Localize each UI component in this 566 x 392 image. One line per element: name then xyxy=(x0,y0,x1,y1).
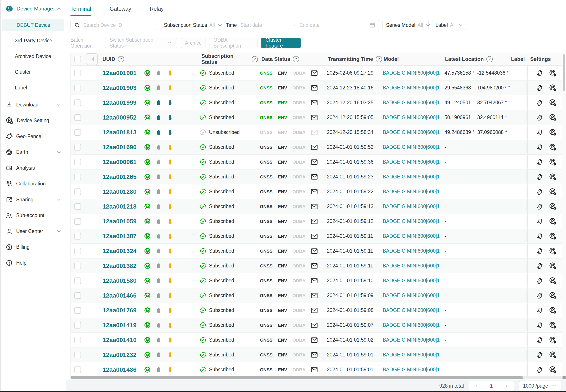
row-checkbox[interactable] xyxy=(74,307,81,314)
bird-tracker-icon[interactable] xyxy=(536,351,543,359)
sidebar-item-debut-device[interactable]: DEBUT Device xyxy=(2,19,64,31)
row-checkbox[interactable] xyxy=(74,85,81,91)
device-setting-icon[interactable] xyxy=(549,128,557,136)
device-uuid-link[interactable]: 12aa001580 xyxy=(102,277,137,284)
device-uuid-link[interactable]: 12aa001324 xyxy=(102,248,137,254)
device-setting-icon[interactable] xyxy=(549,99,557,106)
tab-terminal[interactable]: Terminal xyxy=(71,6,91,16)
bird-tracker-icon[interactable] xyxy=(536,158,543,166)
device-setting-icon[interactable] xyxy=(549,143,557,151)
model-link[interactable]: BADGE G MINI600|600|1 xyxy=(383,114,440,120)
sidebar-item-cluster[interactable]: Cluster xyxy=(0,64,66,80)
model-link[interactable]: BADGE G MINI600|600|1 xyxy=(383,367,440,373)
sidebar-item-billing[interactable]: Billing xyxy=(0,239,66,255)
row-checkbox[interactable] xyxy=(74,188,81,195)
device-uuid-link[interactable]: 12aa001410 xyxy=(102,336,137,344)
model-link[interactable]: BADGE G MINI600|600|1 xyxy=(383,85,440,91)
model-link[interactable]: BADGE G MINI600|600|1 xyxy=(383,159,440,165)
row-checkbox[interactable] xyxy=(74,114,81,121)
model-link[interactable]: BADGE G MINI600|600|1 xyxy=(383,322,440,328)
start-date-input[interactable] xyxy=(240,22,288,28)
model-link[interactable]: BADGE G MINI600|600|1 xyxy=(383,204,440,210)
sidebar-item-sub-account[interactable]: Sub-account xyxy=(0,208,66,224)
row-checkbox[interactable] xyxy=(74,129,81,136)
bird-tracker-icon[interactable] xyxy=(536,173,543,181)
bird-tracker-icon[interactable] xyxy=(536,233,543,240)
bird-tracker-icon[interactable] xyxy=(536,188,543,196)
sidebar-item-label[interactable]: Label xyxy=(0,80,66,96)
bird-tracker-icon[interactable] xyxy=(536,322,543,329)
model-link[interactable]: BADGE G MINI600|600|1 xyxy=(383,307,440,313)
row-checkbox[interactable] xyxy=(74,248,81,254)
device-setting-icon[interactable] xyxy=(549,351,557,359)
model-link[interactable]: BADGE G MINI600|600|1 xyxy=(383,233,440,239)
model-link[interactable]: BADGE G MINI600|600|1 xyxy=(383,337,440,343)
vertical-scrollbar-thumb[interactable] xyxy=(563,54,565,91)
device-uuid-link[interactable]: 12aa001999 xyxy=(102,99,137,106)
label-filter[interactable]: Label All xyxy=(432,20,466,30)
current-page[interactable]: 1 xyxy=(484,381,499,391)
series-model-filter[interactable]: Series Model All xyxy=(382,20,428,30)
device-setting-icon[interactable] xyxy=(549,277,557,284)
device-setting-icon[interactable] xyxy=(549,336,557,344)
cluster-feature-button[interactable]: Cluster Feature xyxy=(261,38,301,48)
device-uuid-link[interactable]: 12aa001769 xyxy=(102,307,137,314)
device-uuid-link[interactable]: 12aa001265 xyxy=(102,173,137,180)
bird-tracker-icon[interactable] xyxy=(536,218,543,225)
page-size-select[interactable]: 1000 /page xyxy=(519,381,561,391)
device-uuid-link[interactable]: 12aa001387 xyxy=(102,233,137,240)
device-setting-icon[interactable] xyxy=(549,292,557,299)
row-checkbox[interactable] xyxy=(74,322,81,329)
device-uuid-link[interactable]: 12aa001696 xyxy=(102,144,137,151)
prev-page-button[interactable]: ‹ xyxy=(469,381,484,391)
sidebar-item-help[interactable]: Help xyxy=(0,255,66,271)
tab-relay[interactable]: Relay xyxy=(150,6,164,16)
model-link[interactable]: BADGE G MINI600|600|1 xyxy=(383,174,440,180)
vertical-scrollbar[interactable] xyxy=(562,53,566,379)
row-checkbox[interactable] xyxy=(74,263,81,269)
bird-tracker-icon[interactable] xyxy=(536,262,543,270)
row-checkbox[interactable] xyxy=(74,233,81,239)
next-page-button[interactable]: › xyxy=(499,381,514,391)
row-checkbox[interactable] xyxy=(74,218,81,225)
switch-subscription-status-dropdown[interactable]: Switch Subscription Status xyxy=(105,38,177,48)
model-link[interactable]: BADGE G MINI600|600|1 xyxy=(383,248,440,254)
device-uuid-link[interactable]: 12aa001813 xyxy=(102,129,137,136)
device-setting-icon[interactable] xyxy=(549,69,557,77)
device-setting-icon[interactable] xyxy=(549,84,557,92)
device-setting-icon[interactable] xyxy=(549,262,557,270)
device-uuid-link[interactable]: 12aa001466 xyxy=(102,292,137,299)
search-input[interactable] xyxy=(83,22,153,28)
odba-subscription-button[interactable]: ODBA Subscription xyxy=(209,38,258,48)
device-setting-icon[interactable] xyxy=(549,158,557,166)
model-link[interactable]: BADGE G MINI600|600|1 xyxy=(383,100,440,106)
bird-tracker-icon[interactable] xyxy=(536,84,543,92)
device-uuid-link[interactable]: 12aa001382 xyxy=(102,262,137,269)
expand-columns-icon[interactable] xyxy=(86,53,98,65)
row-checkbox[interactable] xyxy=(74,366,81,373)
device-search-box[interactable] xyxy=(71,20,157,30)
device-uuid-link[interactable]: 12aa001280 xyxy=(102,188,137,195)
device-uuid-link[interactable]: 12aa000952 xyxy=(102,114,137,121)
device-setting-icon[interactable] xyxy=(549,114,557,121)
sidebar-item-user-center[interactable]: User Center xyxy=(0,223,66,239)
row-checkbox[interactable] xyxy=(74,159,81,165)
device-setting-icon[interactable] xyxy=(549,247,557,255)
bird-tracker-icon[interactable] xyxy=(536,203,543,210)
row-checkbox[interactable] xyxy=(74,203,81,210)
model-link[interactable]: BADGE G MINI600|600|1 xyxy=(383,352,440,358)
model-link[interactable]: BADGE G MINI600|600|1 xyxy=(383,70,440,76)
sidebar-item-geo-fence[interactable]: Geo-Fence xyxy=(0,128,66,144)
device-setting-icon[interactable] xyxy=(549,232,557,240)
bird-tracker-icon[interactable] xyxy=(536,277,543,284)
sidebar-section-device-management[interactable]: Device Manage... xyxy=(0,0,66,16)
sidebar-item-analysis[interactable]: Analysis xyxy=(0,160,66,176)
row-checkbox[interactable] xyxy=(74,292,81,299)
device-setting-icon[interactable] xyxy=(549,307,557,314)
row-checkbox[interactable] xyxy=(74,278,81,284)
end-date-input[interactable] xyxy=(299,22,347,28)
row-checkbox[interactable] xyxy=(74,70,81,76)
device-setting-icon[interactable] xyxy=(549,188,557,196)
bird-tracker-icon[interactable] xyxy=(536,129,543,136)
bird-tracker-icon[interactable] xyxy=(536,99,543,106)
